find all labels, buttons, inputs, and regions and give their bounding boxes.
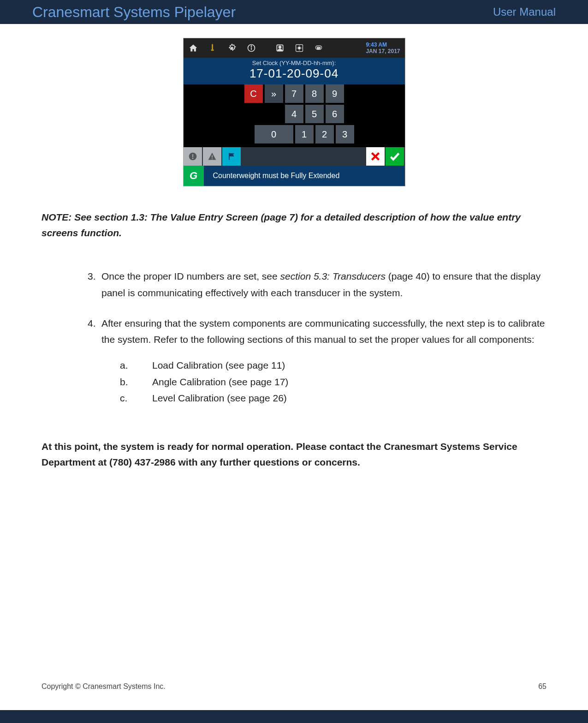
status-ok-icon: G xyxy=(184,166,204,186)
alert-circle-icon[interactable] xyxy=(184,147,202,166)
status-bar xyxy=(184,147,405,166)
svg-point-18 xyxy=(192,158,193,159)
svg-point-7 xyxy=(279,46,281,48)
svg-rect-17 xyxy=(192,154,193,157)
warning-triangle-icon[interactable] xyxy=(203,147,221,166)
step-3: 3. Once the proper ID numbers are set, s… xyxy=(88,268,546,301)
svg-text:EN: EN xyxy=(316,47,320,49)
keypad-7-button[interactable]: 7 xyxy=(285,84,303,103)
header-title: Cranesmart Systems Pipelayer xyxy=(32,4,236,21)
confirm-button[interactable] xyxy=(386,147,404,166)
keypad-6-button[interactable]: 6 xyxy=(326,105,344,123)
svg-point-20 xyxy=(212,158,213,159)
device-time: 9:43 AM xyxy=(366,42,400,48)
subitem-b: b.Angle Calibration (see page 17) xyxy=(120,374,546,390)
page-header: Cranesmart Systems Pipelayer User Manual xyxy=(0,0,588,24)
header-manual-label: User Manual xyxy=(493,6,556,18)
step-4-body: After ensuring that the system component… xyxy=(101,315,546,348)
step-4-number: 4. xyxy=(88,315,101,406)
bottom-bar xyxy=(0,710,588,723)
keypad-9-button[interactable]: 9 xyxy=(326,84,344,103)
flag-icon[interactable] xyxy=(222,147,241,166)
device-screenshot: EN 9:43 AM JAN 17, 2017 Set Clock (YY-MM… xyxy=(183,38,405,186)
user-icon[interactable] xyxy=(270,38,290,58)
svg-rect-19 xyxy=(212,155,213,158)
keypad-5-button[interactable]: 5 xyxy=(305,105,324,123)
page-number: 65 xyxy=(538,682,546,691)
keypad: C » 7 8 9 4 5 6 0 1 xyxy=(184,84,405,147)
svg-rect-21 xyxy=(229,153,230,160)
device-clock: 9:43 AM JAN 17, 2017 xyxy=(366,42,404,55)
svg-point-5 xyxy=(251,46,252,47)
svg-point-9 xyxy=(298,47,300,49)
subitem-a: a.Load Calibration (see page 11) xyxy=(120,357,546,374)
device-topbar: EN 9:43 AM JAN 17, 2017 xyxy=(184,38,405,58)
note-text: NOTE: See section 1.3: The Value Entry S… xyxy=(42,209,546,240)
step-3-pre: Once the proper ID numbers are set, see xyxy=(101,271,280,281)
keypad-2-button[interactable]: 2 xyxy=(315,125,334,143)
home-icon[interactable] xyxy=(184,38,203,58)
page-footer: Copyright © Cranesmart Systems Inc. 65 xyxy=(42,682,546,691)
keypad-1-button[interactable]: 1 xyxy=(295,125,314,143)
cancel-button[interactable] xyxy=(366,147,385,166)
final-note: At this point, the system is ready for n… xyxy=(42,439,546,470)
message-text: Counterweight must be Fully Extended xyxy=(204,172,340,180)
clock-label: Set Clock (YY-MM-DD-hh-mm): xyxy=(184,60,405,66)
keypad-8-button[interactable]: 8 xyxy=(305,84,324,103)
svg-rect-1 xyxy=(211,49,214,51)
clock-value: 17-01-20-09-04 xyxy=(184,66,405,81)
gear-icon[interactable] xyxy=(222,38,242,58)
keypad-nav-button[interactable]: » xyxy=(265,84,283,103)
crane-icon[interactable] xyxy=(203,38,222,58)
keypad-0-button[interactable]: 0 xyxy=(255,125,293,143)
step-4: 4. After ensuring that the system compon… xyxy=(88,315,546,406)
language-icon[interactable]: EN xyxy=(309,38,328,58)
step-3-number: 3. xyxy=(88,268,101,301)
device-date: JAN 17, 2017 xyxy=(366,48,400,54)
keypad-4-button[interactable]: 4 xyxy=(285,105,303,123)
step-3-em: section 5.3: Transducers xyxy=(280,271,386,281)
brightness-icon[interactable] xyxy=(290,38,309,58)
subitem-c: c.Level Calibration (see page 26) xyxy=(120,390,546,406)
copyright-text: Copyright © Cranesmart Systems Inc. xyxy=(42,682,166,691)
keypad-3-button[interactable]: 3 xyxy=(336,125,354,143)
step-3-body: Once the proper ID numbers are set, see … xyxy=(101,268,546,301)
info-icon[interactable] xyxy=(242,38,261,58)
clock-entry-row: Set Clock (YY-MM-DD-hh-mm): 17-01-20-09-… xyxy=(184,58,405,84)
message-bar: G Counterweight must be Fully Extended xyxy=(184,166,405,186)
svg-rect-0 xyxy=(212,44,213,50)
keypad-clear-button[interactable]: C xyxy=(244,84,263,103)
